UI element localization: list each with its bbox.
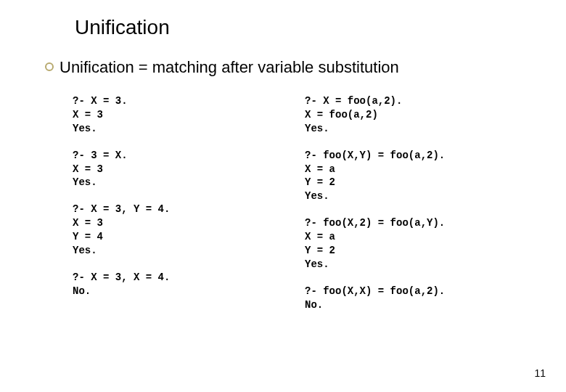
- page-number: 11: [534, 367, 546, 379]
- page-title: Unification: [75, 16, 170, 39]
- bullet-icon: [45, 62, 54, 71]
- code-block: ?- foo(X,2) = foo(a,Y). X = a Y = 2 Yes.: [305, 216, 508, 271]
- code-column-right: ?- X = foo(a,2). X = foo(a,2) Yes. ?- fo…: [305, 94, 508, 325]
- code-block: ?- X = foo(a,2). X = foo(a,2) Yes.: [305, 94, 508, 136]
- subtitle: Unification = matching after variable su…: [60, 58, 399, 77]
- code-block: ?- X = 3, X = 4. No.: [73, 271, 305, 298]
- code-block: ?- X = 3. X = 3 Yes.: [73, 94, 305, 136]
- code-block: ?- foo(X,X) = foo(a,2). No.: [305, 285, 508, 312]
- code-columns: ?- X = 3. X = 3 Yes. ?- 3 = X. X = 3 Yes…: [73, 94, 508, 325]
- slide: Unification Unification = matching after…: [0, 0, 566, 392]
- code-block: ?- foo(X,Y) = foo(a,2). X = a Y = 2 Yes.: [305, 149, 508, 204]
- code-block: ?- X = 3, Y = 4. X = 3 Y = 4 Yes.: [73, 203, 305, 258]
- code-block: ?- 3 = X. X = 3 Yes.: [73, 149, 305, 190]
- code-column-left: ?- X = 3. X = 3 Yes. ?- 3 = X. X = 3 Yes…: [73, 94, 305, 325]
